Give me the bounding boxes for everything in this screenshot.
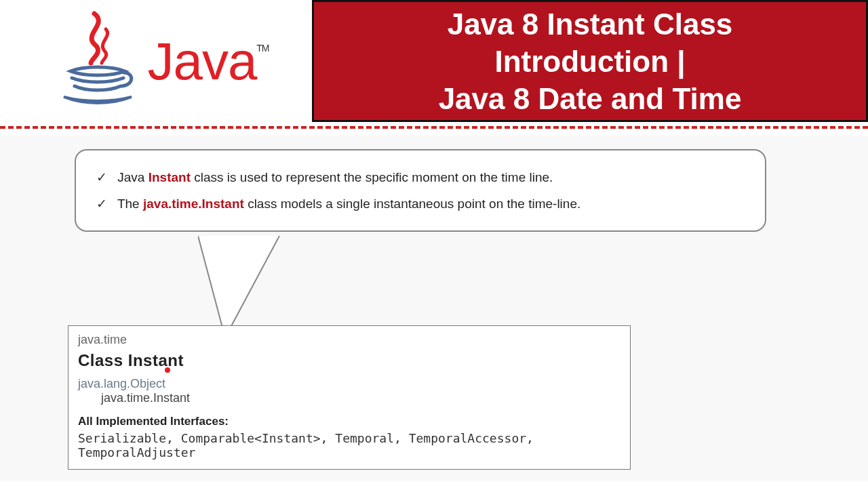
dashed-divider (0, 126, 868, 129)
class-doc-box: java.time Class Instant java.lang.Object… (68, 325, 631, 470)
interfaces-label: All Implemented Interfaces: (78, 415, 620, 428)
content-area: Java Instant class is used to represent … (0, 136, 868, 481)
bullet-2: The java.time.Instant class models a sin… (96, 190, 745, 217)
bullet-1: Java Instant class is used to represent … (96, 164, 745, 190)
hierarchy-parent: java.lang.Object (78, 377, 620, 391)
java-cup-icon (57, 10, 138, 112)
title-line-3: Java 8 Date and Time (439, 80, 742, 117)
hierarchy-child: java.time.Instant (101, 391, 620, 405)
java-logo-text: JavaTM (148, 30, 269, 92)
laser-pointer-icon (165, 367, 170, 373)
highlight-java-time-instant: java.time.Instant (143, 197, 244, 211)
package-label: java.time (78, 333, 620, 347)
svg-rect-0 (199, 236, 278, 238)
trademark: TM (256, 43, 269, 54)
interfaces-list: Serializable, Comparable<Instant>, Tempo… (78, 431, 620, 460)
title-banner: Java 8 Instant Class Introduction | Java… (312, 0, 868, 122)
java-logo-area: JavaTM (0, 0, 312, 122)
class-name-heading: Class Instant (78, 351, 620, 370)
highlight-instant: Instant (149, 170, 191, 184)
title-line-2: Introduction | (494, 43, 685, 80)
header: JavaTM Java 8 Instant Class Introduction… (0, 0, 868, 122)
title-line-1: Java 8 Instant Class (448, 5, 733, 43)
speech-bubble: Java Instant class is used to represent … (75, 149, 766, 232)
